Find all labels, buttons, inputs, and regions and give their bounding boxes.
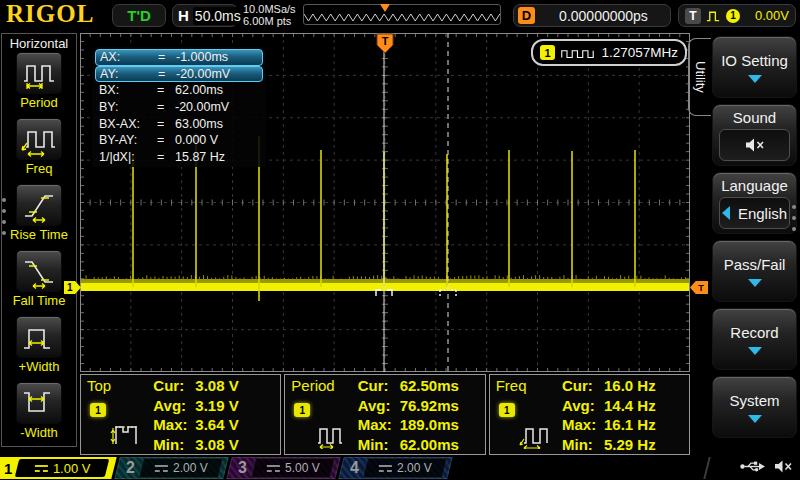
chevron-down-icon: [748, 347, 762, 355]
measurement-panel-top: Top 1 Cur:3.08 V Avg:3.19 V Max:3.64 V M…: [80, 374, 281, 455]
channel-1-status[interactable]: 1 1.00 V: [0, 457, 117, 479]
channel-scale-box: 1.00 V: [15, 459, 109, 477]
meas-period-icon: [311, 417, 347, 449]
cursor-row-inv-dx: 1/|dX|: = 15.87 Hz: [95, 149, 263, 166]
dc-coupling-icon: [35, 464, 48, 473]
horizontal-timebase-box[interactable]: H 50.0ms: [172, 4, 238, 27]
menu-item-label: +Width: [19, 359, 60, 374]
pass-fail-label: Pass/Fail: [724, 256, 786, 273]
left-menu-horizontal: Horizontal Period Freq Rise Time: [1, 33, 77, 447]
left-menu-page-dots: [2, 198, 6, 242]
speaker-muted-icon: [744, 137, 766, 153]
trigger-level-label: T: [698, 283, 704, 293]
freq-counter-value: 1.27057MHz: [601, 45, 678, 60]
measurement-panels: Top 1 Cur:3.08 V Avg:3.19 V Max:3.64 V M…: [80, 374, 690, 455]
menu-item-label: Period: [20, 95, 58, 110]
trigger-slope-icon: [706, 9, 721, 22]
delay-label: D: [518, 7, 535, 24]
cursor-row-bx: BX: = 62.00ms: [95, 82, 263, 99]
cursor-row-by: BY: = -20.00mV: [95, 99, 263, 116]
rise-time-icon: [19, 187, 59, 223]
freq-counter-channel-badge: 1: [540, 45, 555, 60]
menu-item-pass-fail[interactable]: Pass/Fail: [712, 240, 797, 302]
channel-number: 1: [4, 460, 12, 477]
io-setting-label: IO Setting: [721, 52, 788, 69]
pulse-train-icon: [561, 46, 595, 60]
utility-tab: Utility: [688, 38, 711, 116]
channel-3-status[interactable]: 3 5.00 V: [226, 457, 340, 479]
trigger-box[interactable]: T 1 0.00V: [678, 4, 796, 27]
utility-tab-label: Utility: [693, 61, 708, 93]
system-label: System: [729, 392, 779, 409]
cursor-row-ax: AX: = -1.000ms: [95, 49, 263, 66]
language-label: Language: [721, 177, 788, 194]
speaker-muted-icon: [774, 459, 794, 474]
menu-item-record[interactable]: Record: [712, 308, 797, 370]
memory-depth: 6.00M pts: [243, 15, 296, 27]
ch1-ground-marker[interactable]: 1: [64, 281, 81, 294]
ch1-ground-label: 1: [67, 282, 73, 293]
channel-4-status[interactable]: 4 2.00 V: [338, 457, 452, 479]
right-menu: IO Setting Sound Language English Pass/F…: [712, 36, 797, 444]
channel-scale: 2.00 V: [397, 461, 432, 475]
channel-badge: 1: [499, 403, 515, 417]
menu-item-pos-width[interactable]: +Width: [2, 316, 76, 382]
chevron-down-icon: [748, 75, 762, 83]
trigger-status-badge: T'D: [112, 4, 166, 27]
menu-item-rise-time[interactable]: Rise Time: [2, 184, 76, 250]
measurement-values: Cur:62.50ms Avg:76.92ms Max:189.0ms Min:…: [358, 376, 480, 454]
status-bar-divider: [703, 457, 710, 479]
cursor-row-by-ay: BY-AY: = 0.000 V: [95, 132, 263, 149]
menu-item-period[interactable]: Period: [2, 52, 76, 118]
menu-item-system[interactable]: System: [712, 376, 797, 438]
preview-trigger-marker-icon[interactable]: [380, 4, 390, 12]
trigger-level-value: 0.00V: [745, 8, 789, 23]
sound-label: Sound: [733, 109, 776, 126]
menu-item-label: Rise Time: [10, 227, 68, 242]
usb-icon: [740, 460, 766, 473]
measurement-panel-freq: Freq 1 Cur:16.0 Hz Avg:14.4 Hz Max:16.1 …: [489, 374, 690, 455]
oscilloscope-screen: RIGOL T'D H 50.0ms 10.0MSa/s 6.00M pts D…: [0, 0, 800, 480]
menu-item-label: Fall Time: [13, 293, 66, 308]
trigger-source-badge: 1: [726, 9, 740, 23]
horizontal-label: H: [178, 7, 189, 24]
pos-width-icon: [19, 319, 59, 355]
delay-value: 0.00000000ps: [541, 8, 666, 24]
delay-box[interactable]: D 0.00000000ps: [513, 4, 671, 27]
fall-time-icon: [19, 253, 59, 289]
right-menu-page-dots: [792, 205, 796, 238]
channel-scale-box: 2.00 V: [362, 458, 447, 478]
menu-item-sound[interactable]: Sound: [712, 104, 797, 166]
measurement-title: Freq: [496, 377, 527, 394]
menu-item-io-setting[interactable]: IO Setting: [712, 36, 797, 98]
language-select[interactable]: English: [719, 197, 790, 229]
sample-rate: 10.0MSa/s: [243, 3, 296, 15]
dc-coupling-icon: [155, 464, 168, 473]
channel-scale: 2.00 V: [173, 461, 208, 475]
trigger-label: T: [685, 8, 701, 24]
sound-toggle-button[interactable]: [719, 129, 790, 161]
status-bar: 1 1.00 V 2 2.00 V 3 5.00 V 4 2.0: [0, 456, 800, 480]
menu-item-language[interactable]: Language English: [712, 172, 797, 234]
neg-width-icon: [19, 385, 59, 421]
menu-item-freq[interactable]: Freq: [2, 118, 76, 184]
cursor-measurement-panel: AX: = -1.000ms AY: = -20.00mV BX: = 62.0…: [92, 47, 266, 167]
waveform-preview-strip[interactable]: [303, 4, 501, 25]
chevron-left-icon: [722, 206, 730, 220]
channel-number: 3: [238, 459, 247, 477]
menu-item-label: -Width: [20, 425, 58, 440]
channel-2-status[interactable]: 2 2.00 V: [114, 457, 228, 479]
channel-number: 4: [350, 459, 359, 477]
measurement-panel-period: Period 1 Cur:62.50ms Avg:76.92ms Max:189…: [284, 374, 485, 455]
measurement-values: Cur:16.0 Hz Avg:14.4 Hz Max:16.1 Hz Min:…: [562, 376, 684, 454]
menu-item-neg-width[interactable]: -Width: [2, 382, 76, 448]
meas-top-icon: [107, 417, 143, 449]
left-menu-title: Horizontal: [2, 34, 76, 52]
trigger-level-marker[interactable]: T: [690, 281, 708, 294]
freq-icon: [19, 121, 59, 157]
channel-badge: 1: [90, 403, 106, 417]
channel-badge: 1: [294, 403, 310, 417]
rigol-logo: RIGOL: [6, 0, 94, 28]
dc-coupling-icon: [267, 464, 280, 473]
cursor-row-bx-ax: BX-AX: = 63.00ms: [95, 115, 263, 132]
